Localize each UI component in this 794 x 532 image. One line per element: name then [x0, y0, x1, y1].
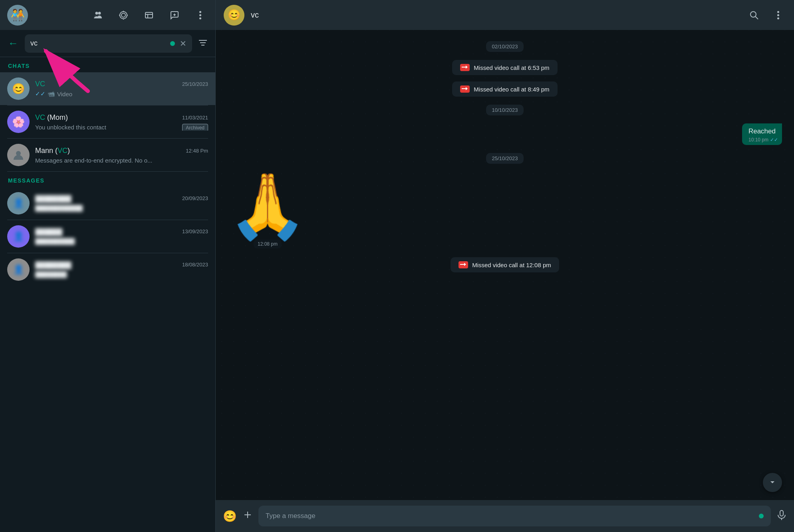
- right-header-name: vc: [251, 10, 740, 20]
- sent-message-reached: Reached 10:10 pm ✓✓: [742, 123, 782, 145]
- sent-message-text: Reached: [748, 127, 776, 135]
- chat-preview-mann-vc: Messages are end-to-end encrypted. No o.…: [35, 157, 208, 164]
- emoji-picker-button[interactable]: 😊: [223, 510, 237, 523]
- chat-more-options-icon[interactable]: [770, 7, 786, 23]
- blurred-item-1[interactable]: 👤 ████████ 20/09/2023 ████████████: [0, 187, 215, 220]
- chat-item-vc-mom[interactable]: 🌸 VC (Mom) 11/03/2021 You unblocked this…: [0, 105, 215, 138]
- scroll-down-button[interactable]: [763, 473, 782, 492]
- message-input-placeholder: Type a message: [266, 512, 316, 520]
- filter-icon[interactable]: [196, 35, 210, 52]
- date-bubble-3: 25/10/2023: [486, 153, 523, 164]
- prayer-emoji: 🙏: [228, 174, 308, 238]
- message-input[interactable]: Type a message: [258, 506, 771, 526]
- chat-list: 😊 VC 25/10/2023 ✓✓ 📹 Video 🌸: [0, 72, 215, 532]
- search-clear-button[interactable]: ✕: [180, 39, 187, 48]
- blurred-date-3: 18/08/2023: [182, 262, 208, 269]
- blurred-preview-1: ████████████: [35, 205, 83, 211]
- search-input-wrapper: ✕: [25, 34, 192, 53]
- svg-rect-8: [145, 12, 153, 18]
- blurred-name-2: ██████: [35, 228, 182, 236]
- chat-item-vc[interactable]: 😊 VC 25/10/2023 ✓✓ 📹 Video: [0, 72, 215, 105]
- search-bar: ← ✕: [0, 30, 215, 57]
- chat-info-vc: VC 25/10/2023 ✓✓ 📹 Video: [35, 80, 208, 97]
- svg-point-14: [199, 14, 201, 16]
- chat-item-mann-vc[interactable]: Mann (VC) 12:48 Pm Messages are end-to-e…: [0, 139, 215, 171]
- input-area: 😊 Type a message: [216, 500, 794, 532]
- profile-avatar[interactable]: 🧑‍🤝‍🧑: [7, 5, 28, 26]
- svg-point-23: [777, 11, 779, 13]
- top-bar: 🧑‍🤝‍🧑: [0, 0, 215, 30]
- chat-name-row-vc-mom: VC (Mom) 11/03/2021: [35, 113, 208, 122]
- chat-name-vc: VC: [35, 80, 45, 88]
- avatar-vc: 😊: [7, 77, 30, 100]
- messages-area: 02/10/2023 Missed video call at 6:53 pm …: [216, 30, 794, 500]
- chat-preview-vc: ✓✓ 📹 Video: [35, 90, 208, 97]
- svg-point-1: [98, 12, 101, 14]
- emoji-message-prayer: 🙏 12:08 pm: [228, 174, 308, 248]
- missed-call-3: Missed video call at 12:08 pm: [451, 257, 559, 272]
- svg-line-22: [756, 16, 758, 19]
- new-chat-icon[interactable]: [167, 7, 183, 23]
- date-bubble-2: 10/10/2023: [486, 105, 523, 115]
- channels-icon[interactable]: [141, 7, 157, 23]
- avatar-blurred-1: 👤: [7, 192, 30, 214]
- svg-point-2: [120, 12, 127, 19]
- blurred-preview-3: ████████: [35, 271, 67, 278]
- blurred-item-2[interactable]: 👤 ██████ 13/09/2023 ██████████: [0, 220, 215, 253]
- blurred-name-3: ████████: [35, 262, 182, 269]
- avatar-mann-vc: [7, 144, 30, 166]
- left-panel: 🧑‍🤝‍🧑: [0, 0, 216, 532]
- messages-section-label: MESSAGES: [0, 172, 215, 187]
- chat-name-mann-vc: Mann (VC): [35, 147, 70, 155]
- sent-time: 10:10 pm: [748, 137, 768, 143]
- search-active-indicator: [170, 41, 175, 46]
- svg-point-15: [199, 17, 201, 19]
- blurred-item-3[interactable]: 👤 ████████ 18/08/2023 ████████: [0, 253, 215, 286]
- sent-double-tick: ✓✓: [770, 137, 778, 143]
- search-input[interactable]: [30, 39, 167, 48]
- archived-badge: Archived: [182, 124, 208, 131]
- missed-call-1: Missed video call at 6:53 pm: [452, 60, 557, 75]
- right-header-avatar[interactable]: 😊: [224, 5, 244, 26]
- search-back-button[interactable]: ←: [6, 35, 21, 52]
- avatar-blurred-2: 👤: [7, 225, 30, 248]
- more-options-icon[interactable]: [192, 7, 208, 23]
- chat-name-row-mann-vc: Mann (VC) 12:48 Pm: [35, 147, 208, 155]
- chat-name-vc-mom: VC (Mom): [35, 113, 68, 122]
- missed-video-call-icon-3: [459, 261, 468, 268]
- chat-info-vc-mom: VC (Mom) 11/03/2021 You unblocked this c…: [35, 113, 208, 131]
- blurred-preview-2: ██████████: [35, 238, 75, 244]
- svg-point-24: [777, 14, 779, 16]
- blurred-name-1: ████████: [35, 195, 182, 202]
- svg-rect-28: [780, 510, 783, 516]
- chat-date-vc: 25/10/2023: [182, 81, 208, 87]
- svg-point-3: [121, 13, 125, 17]
- search-chat-icon[interactable]: [746, 7, 762, 23]
- right-panel: 😊 vc 02/10/2023: [216, 0, 794, 532]
- chat-info-mann-vc: Mann (VC) 12:48 Pm Messages are end-to-e…: [35, 147, 208, 164]
- sent-message-meta: 10:10 pm ✓✓: [748, 137, 778, 143]
- video-icon: 📹: [48, 90, 55, 97]
- chat-preview-vc-mom: You unblocked this contact Archived: [35, 124, 208, 131]
- date-bubble-1: 02/10/2023: [486, 41, 523, 52]
- missed-video-call-icon-1: [460, 64, 470, 71]
- chat-date-vc-mom: 11/03/2021: [182, 115, 208, 121]
- attach-button[interactable]: [242, 510, 253, 523]
- svg-point-25: [777, 17, 779, 19]
- chats-section-label: CHATS: [0, 57, 215, 72]
- chat-name-row-vc: VC 25/10/2023: [35, 80, 208, 88]
- avatar-vc-mom: 🌸: [7, 111, 30, 133]
- missed-call-text-3: Missed video call at 12:08 pm: [472, 262, 551, 268]
- community-icon[interactable]: [90, 7, 106, 23]
- chat-date-mann-vc: 12:48 Pm: [186, 148, 208, 154]
- svg-point-13: [199, 11, 201, 13]
- tick-icon: ✓✓: [35, 90, 46, 97]
- missed-call-text-2: Missed video call at 8:49 pm: [474, 86, 549, 93]
- svg-point-21: [750, 12, 756, 17]
- blurred-date-2: 13/09/2023: [182, 228, 208, 236]
- input-active-dot: [759, 514, 764, 518]
- mic-button[interactable]: [776, 510, 787, 523]
- status-icon[interactable]: [115, 7, 131, 23]
- top-bar-icons: [90, 7, 208, 23]
- missed-call-2: Missed video call at 8:49 pm: [452, 81, 557, 97]
